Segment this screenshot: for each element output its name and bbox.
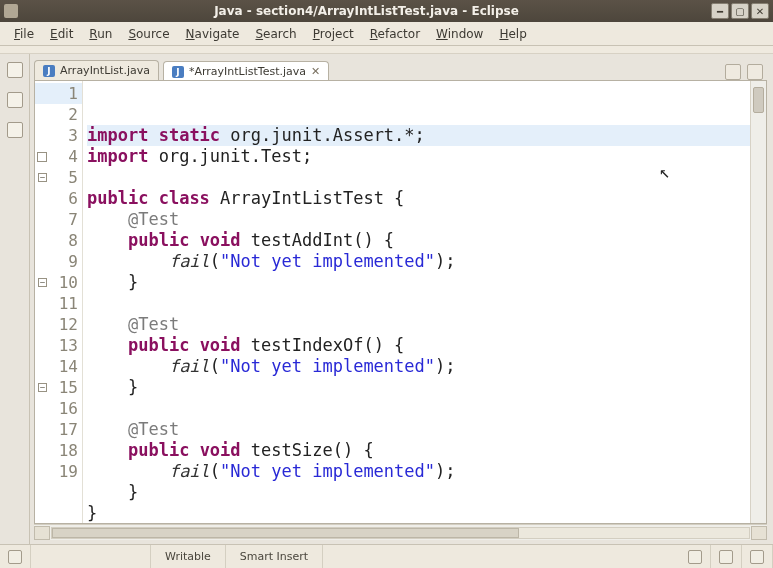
window-title: Java - section4/ArrayIntListTest.java - …: [24, 4, 709, 18]
line-number-10[interactable]: 10: [35, 272, 82, 293]
menu-help[interactable]: Help: [499, 27, 526, 41]
code-editor[interactable]: import static org.junit.Assert.*;import …: [83, 81, 750, 523]
code-line-5[interactable]: @Test: [87, 209, 750, 230]
editor-frame: 12345678910111213141516171819 import sta…: [34, 80, 767, 524]
code-line-19[interactable]: }: [87, 503, 750, 523]
line-number-gutter[interactable]: 12345678910111213141516171819: [35, 81, 83, 523]
close-window-button[interactable]: ✕: [751, 3, 769, 19]
horizontal-scrollbar[interactable]: [34, 524, 767, 540]
minimize-view-button[interactable]: [725, 64, 741, 80]
work-area: JArrayIntList.javaJ*ArrayIntListTest.jav…: [0, 54, 773, 544]
tab-label: ArrayIntList.java: [60, 64, 150, 77]
code-line-2[interactable]: import org.junit.Test;: [87, 146, 750, 167]
code-line-8[interactable]: }: [87, 272, 750, 293]
class-marker-icon: [37, 152, 47, 162]
menu-project[interactable]: Project: [313, 27, 354, 41]
scroll-thumb[interactable]: [52, 528, 519, 538]
overview-thumb[interactable]: [753, 87, 764, 113]
code-line-11[interactable]: public void testIndexOf() {: [87, 335, 750, 356]
line-number-2[interactable]: 2: [35, 104, 82, 125]
code-line-10[interactable]: @Test: [87, 314, 750, 335]
line-number-18[interactable]: 18: [35, 440, 82, 461]
line-number-5[interactable]: 5: [35, 167, 82, 188]
overview-ruler[interactable]: [750, 81, 766, 523]
line-number-15[interactable]: 15: [35, 377, 82, 398]
minimize-button[interactable]: ━: [711, 3, 729, 19]
line-number-6[interactable]: 6: [35, 188, 82, 209]
editor-tab-1[interactable]: J*ArrayIntListTest.java✕: [163, 61, 329, 81]
app-icon: [4, 4, 18, 18]
menu-bar: FileEditRunSourceNavigateSearchProjectRe…: [0, 22, 773, 46]
code-line-17[interactable]: fail("Not yet implemented");: [87, 461, 750, 482]
menu-source[interactable]: Source: [128, 27, 169, 41]
java-file-icon: J: [172, 66, 184, 78]
rail-icon-3[interactable]: [7, 122, 23, 138]
maximize-button[interactable]: ▢: [731, 3, 749, 19]
line-number-13[interactable]: 13: [35, 335, 82, 356]
line-number-4[interactable]: 4: [35, 146, 82, 167]
title-bar: Java - section4/ArrayIntListTest.java - …: [0, 0, 773, 22]
scroll-left-button[interactable]: [34, 526, 50, 540]
rail-icon-1[interactable]: [7, 62, 23, 78]
line-number-16[interactable]: 16: [35, 398, 82, 419]
menu-search[interactable]: Search: [255, 27, 296, 41]
code-line-7[interactable]: fail("Not yet implemented");: [87, 251, 750, 272]
line-number-11[interactable]: 11: [35, 293, 82, 314]
java-file-icon: J: [43, 65, 55, 77]
editor-tab-row: JArrayIntList.javaJ*ArrayIntListTest.jav…: [34, 58, 767, 80]
status-icon-leading[interactable]: [0, 545, 31, 568]
status-insert-mode: Smart Insert: [226, 545, 323, 568]
menu-window[interactable]: Window: [436, 27, 483, 41]
line-number-1[interactable]: 1: [35, 83, 82, 104]
task-icon: [8, 550, 22, 564]
line-number-7[interactable]: 7: [35, 209, 82, 230]
scroll-right-button[interactable]: [751, 526, 767, 540]
rail-icon-2[interactable]: [7, 92, 23, 108]
code-line-1[interactable]: import static org.junit.Assert.*;: [87, 125, 750, 146]
code-line-16[interactable]: public void testSize() {: [87, 440, 750, 461]
editor-area: JArrayIntList.javaJ*ArrayIntListTest.jav…: [30, 54, 773, 544]
status-writable: Writable: [151, 545, 226, 568]
status-spacer-1: [31, 545, 151, 568]
perspective-rail: [0, 54, 30, 544]
heap-icon: [688, 550, 702, 564]
line-number-12[interactable]: 12: [35, 314, 82, 335]
fold-toggle-icon[interactable]: [38, 383, 47, 392]
fold-toggle-icon[interactable]: [38, 173, 47, 182]
status-trim-1[interactable]: [680, 545, 711, 568]
code-line-9[interactable]: [87, 293, 750, 314]
code-line-6[interactable]: public void testAddInt() {: [87, 230, 750, 251]
menu-run[interactable]: Run: [89, 27, 112, 41]
toolbar-strip: [0, 46, 773, 54]
status-trim-2[interactable]: [711, 545, 742, 568]
code-line-18[interactable]: }: [87, 482, 750, 503]
line-number-17[interactable]: 17: [35, 419, 82, 440]
close-tab-icon[interactable]: ✕: [311, 65, 320, 78]
scroll-track[interactable]: [51, 527, 750, 539]
menu-file[interactable]: File: [14, 27, 34, 41]
code-line-4[interactable]: public class ArrayIntListTest {: [87, 188, 750, 209]
maximize-view-button[interactable]: [747, 64, 763, 80]
build-icon: [719, 550, 733, 564]
editor-tab-0[interactable]: JArrayIntList.java: [34, 60, 159, 80]
code-line-12[interactable]: fail("Not yet implemented");: [87, 356, 750, 377]
line-number-19[interactable]: 19: [35, 461, 82, 482]
line-number-9[interactable]: 9: [35, 251, 82, 272]
code-line-3[interactable]: [87, 167, 750, 188]
tab-controls: [725, 64, 767, 80]
code-line-15[interactable]: @Test: [87, 419, 750, 440]
line-number-8[interactable]: 8: [35, 230, 82, 251]
status-bar: Writable Smart Insert: [0, 544, 773, 568]
fold-toggle-icon[interactable]: [38, 278, 47, 287]
code-line-13[interactable]: }: [87, 377, 750, 398]
menu-edit[interactable]: Edit: [50, 27, 73, 41]
line-number-3[interactable]: 3: [35, 125, 82, 146]
tab-label: *ArrayIntListTest.java: [189, 65, 306, 78]
status-trim-3[interactable]: [742, 545, 773, 568]
menu-refactor[interactable]: Refactor: [370, 27, 420, 41]
code-line-14[interactable]: [87, 398, 750, 419]
line-number-14[interactable]: 14: [35, 356, 82, 377]
menu-navigate[interactable]: Navigate: [186, 27, 240, 41]
progress-icon: [750, 550, 764, 564]
